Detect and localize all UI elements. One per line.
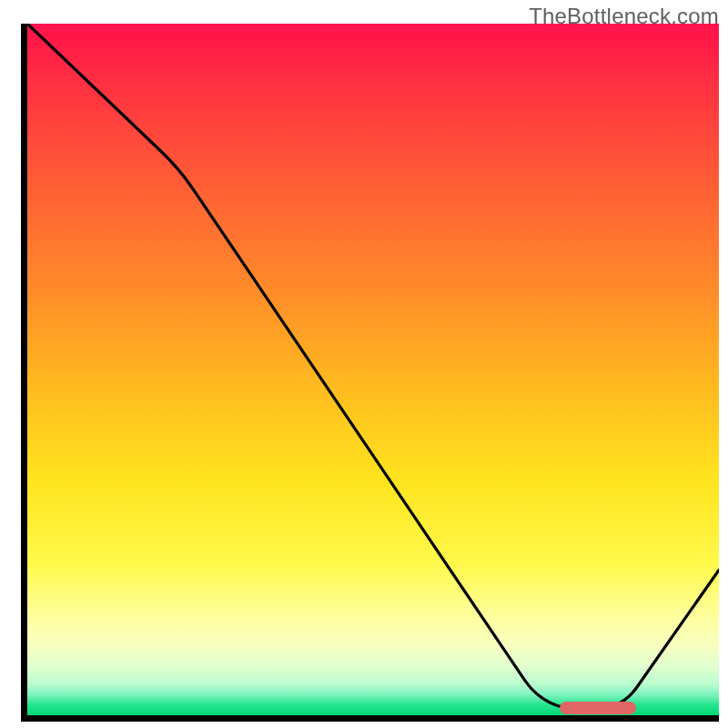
bottleneck-curve <box>27 24 719 715</box>
optimal-range-marker <box>560 702 636 714</box>
plot-area <box>27 24 719 715</box>
watermark-label: TheBottleneck.com <box>529 4 719 29</box>
chart-frame: TheBottleneck.com <box>0 0 728 728</box>
plot-axes <box>21 24 719 722</box>
